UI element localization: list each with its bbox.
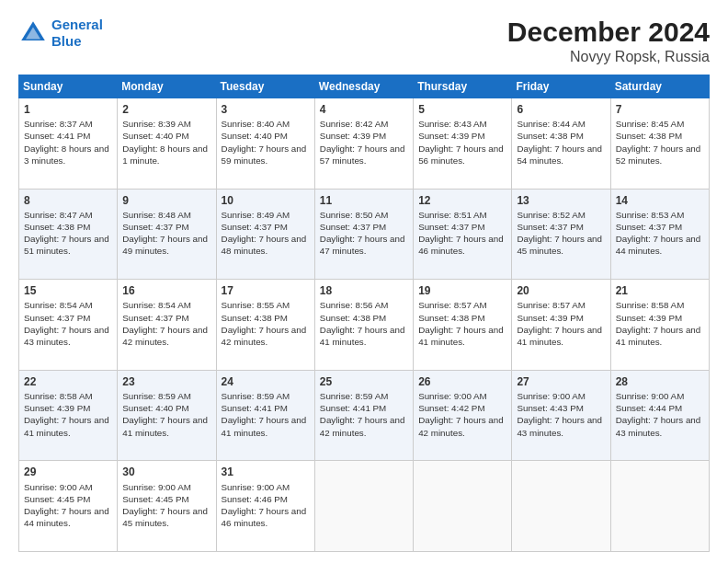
calendar-cell xyxy=(610,461,709,552)
calendar-header-row: SundayMondayTuesdayWednesdayThursdayFrid… xyxy=(19,75,710,98)
day-number: 13 xyxy=(517,193,605,208)
day-number: 27 xyxy=(517,374,605,389)
day-header-monday: Monday xyxy=(118,75,216,98)
cell-details: Sunrise: 8:48 AM Sunset: 4:37 PM Dayligh… xyxy=(122,209,210,258)
page: General Blue December 2024 Novyy Ropsk, … xyxy=(0,0,728,563)
calendar-cell: 27Sunrise: 9:00 AM Sunset: 4:43 PM Dayli… xyxy=(512,370,610,461)
day-header-saturday: Saturday xyxy=(610,75,709,98)
calendar-cell: 29Sunrise: 9:00 AM Sunset: 4:45 PM Dayli… xyxy=(19,461,118,552)
calendar-cell: 9Sunrise: 8:48 AM Sunset: 4:37 PM Daylig… xyxy=(118,189,216,280)
day-number: 16 xyxy=(122,283,210,298)
day-number: 8 xyxy=(24,193,112,208)
day-number: 4 xyxy=(320,102,408,117)
day-number: 3 xyxy=(222,102,310,117)
cell-details: Sunrise: 8:39 AM Sunset: 4:40 PM Dayligh… xyxy=(122,118,210,167)
calendar-cell: 20Sunrise: 8:57 AM Sunset: 4:39 PM Dayli… xyxy=(512,280,610,371)
day-number: 15 xyxy=(24,283,112,298)
title-block: December 2024 Novyy Ropsk, Russia xyxy=(507,17,710,65)
day-number: 24 xyxy=(222,374,310,389)
day-number: 31 xyxy=(222,465,310,479)
cell-details: Sunrise: 8:55 AM Sunset: 4:38 PM Dayligh… xyxy=(222,299,310,348)
day-number: 9 xyxy=(122,193,210,208)
calendar-cell: 4Sunrise: 8:42 AM Sunset: 4:39 PM Daylig… xyxy=(314,98,413,190)
calendar-cell: 18Sunrise: 8:56 AM Sunset: 4:38 PM Dayli… xyxy=(314,280,413,371)
logo-line1: General xyxy=(51,17,103,32)
logo-text: General Blue xyxy=(51,17,103,50)
day-number: 17 xyxy=(222,283,310,298)
cell-details: Sunrise: 8:53 AM Sunset: 4:37 PM Dayligh… xyxy=(616,209,704,258)
cell-details: Sunrise: 8:42 AM Sunset: 4:39 PM Dayligh… xyxy=(320,118,408,167)
calendar-cell: 19Sunrise: 8:57 AM Sunset: 4:38 PM Dayli… xyxy=(414,280,512,371)
cell-details: Sunrise: 8:57 AM Sunset: 4:39 PM Dayligh… xyxy=(517,299,605,348)
calendar-cell: 23Sunrise: 8:59 AM Sunset: 4:40 PM Dayli… xyxy=(118,370,216,461)
cell-details: Sunrise: 8:51 AM Sunset: 4:37 PM Dayligh… xyxy=(418,209,506,258)
day-number: 11 xyxy=(320,193,408,208)
calendar-cell: 11Sunrise: 8:50 AM Sunset: 4:37 PM Dayli… xyxy=(314,189,413,280)
cell-details: Sunrise: 8:52 AM Sunset: 4:37 PM Dayligh… xyxy=(517,209,605,258)
cell-details: Sunrise: 8:50 AM Sunset: 4:37 PM Dayligh… xyxy=(320,209,408,258)
calendar-cell: 28Sunrise: 9:00 AM Sunset: 4:44 PM Dayli… xyxy=(610,370,709,461)
day-header-sunday: Sunday xyxy=(19,75,118,98)
day-number: 22 xyxy=(24,374,112,389)
calendar-cell: 6Sunrise: 8:44 AM Sunset: 4:38 PM Daylig… xyxy=(512,98,610,190)
header: General Blue December 2024 Novyy Ropsk, … xyxy=(18,17,710,65)
day-number: 6 xyxy=(517,102,605,117)
cell-details: Sunrise: 8:54 AM Sunset: 4:37 PM Dayligh… xyxy=(122,299,210,348)
calendar-cell xyxy=(314,461,413,552)
day-number: 20 xyxy=(517,283,605,298)
calendar-cell: 16Sunrise: 8:54 AM Sunset: 4:37 PM Dayli… xyxy=(118,280,216,371)
cell-details: Sunrise: 8:59 AM Sunset: 4:41 PM Dayligh… xyxy=(320,390,408,439)
day-header-thursday: Thursday xyxy=(414,75,512,98)
calendar-cell: 30Sunrise: 9:00 AM Sunset: 4:45 PM Dayli… xyxy=(118,461,216,552)
calendar-cell: 25Sunrise: 8:59 AM Sunset: 4:41 PM Dayli… xyxy=(314,370,413,461)
calendar-cell: 31Sunrise: 9:00 AM Sunset: 4:46 PM Dayli… xyxy=(216,461,314,552)
cell-details: Sunrise: 8:49 AM Sunset: 4:37 PM Dayligh… xyxy=(222,209,310,258)
logo-line2: Blue xyxy=(51,33,82,49)
day-number: 18 xyxy=(320,283,408,298)
day-number: 5 xyxy=(418,102,506,117)
calendar-week-row: 1Sunrise: 8:37 AM Sunset: 4:41 PM Daylig… xyxy=(19,98,710,190)
logo: General Blue xyxy=(18,17,103,50)
day-number: 10 xyxy=(222,193,310,208)
cell-details: Sunrise: 8:44 AM Sunset: 4:38 PM Dayligh… xyxy=(517,118,605,167)
day-number: 25 xyxy=(320,374,408,389)
calendar-cell: 15Sunrise: 8:54 AM Sunset: 4:37 PM Dayli… xyxy=(19,280,118,371)
day-number: 21 xyxy=(616,283,704,298)
calendar-cell: 14Sunrise: 8:53 AM Sunset: 4:37 PM Dayli… xyxy=(610,189,709,280)
calendar-cell: 22Sunrise: 8:58 AM Sunset: 4:39 PM Dayli… xyxy=(19,370,118,461)
cell-details: Sunrise: 8:58 AM Sunset: 4:39 PM Dayligh… xyxy=(616,299,704,348)
calendar-cell: 10Sunrise: 8:49 AM Sunset: 4:37 PM Dayli… xyxy=(216,189,314,280)
cell-details: Sunrise: 8:58 AM Sunset: 4:39 PM Dayligh… xyxy=(24,390,112,439)
cell-details: Sunrise: 9:00 AM Sunset: 4:45 PM Dayligh… xyxy=(24,481,112,530)
day-number: 23 xyxy=(122,374,210,389)
day-number: 26 xyxy=(418,374,506,389)
calendar-week-row: 22Sunrise: 8:58 AM Sunset: 4:39 PM Dayli… xyxy=(19,370,710,461)
calendar-cell xyxy=(414,461,512,552)
day-number: 2 xyxy=(122,102,210,117)
cell-details: Sunrise: 9:00 AM Sunset: 4:44 PM Dayligh… xyxy=(616,390,704,439)
calendar-cell: 17Sunrise: 8:55 AM Sunset: 4:38 PM Dayli… xyxy=(216,280,314,371)
day-header-tuesday: Tuesday xyxy=(216,75,314,98)
day-number: 7 xyxy=(616,102,704,117)
cell-details: Sunrise: 8:45 AM Sunset: 4:38 PM Dayligh… xyxy=(616,118,704,167)
calendar-cell: 2Sunrise: 8:39 AM Sunset: 4:40 PM Daylig… xyxy=(118,98,216,190)
subtitle: Novyy Ropsk, Russia xyxy=(507,49,710,65)
cell-details: Sunrise: 8:40 AM Sunset: 4:40 PM Dayligh… xyxy=(222,118,310,167)
day-number: 12 xyxy=(418,193,506,208)
calendar-cell xyxy=(512,461,610,552)
cell-details: Sunrise: 8:37 AM Sunset: 4:41 PM Dayligh… xyxy=(24,118,112,167)
cell-details: Sunrise: 9:00 AM Sunset: 4:45 PM Dayligh… xyxy=(122,481,210,530)
cell-details: Sunrise: 8:47 AM Sunset: 4:38 PM Dayligh… xyxy=(24,209,112,258)
day-number: 14 xyxy=(616,193,704,208)
main-title: December 2024 xyxy=(507,17,710,47)
calendar-cell: 12Sunrise: 8:51 AM Sunset: 4:37 PM Dayli… xyxy=(414,189,512,280)
calendar-cell: 13Sunrise: 8:52 AM Sunset: 4:37 PM Dayli… xyxy=(512,189,610,280)
cell-details: Sunrise: 8:56 AM Sunset: 4:38 PM Dayligh… xyxy=(320,299,408,348)
calendar-cell: 26Sunrise: 9:00 AM Sunset: 4:42 PM Dayli… xyxy=(414,370,512,461)
logo-icon xyxy=(18,18,48,48)
calendar-cell: 1Sunrise: 8:37 AM Sunset: 4:41 PM Daylig… xyxy=(19,98,118,190)
calendar-cell: 5Sunrise: 8:43 AM Sunset: 4:39 PM Daylig… xyxy=(414,98,512,190)
calendar-week-row: 29Sunrise: 9:00 AM Sunset: 4:45 PM Dayli… xyxy=(19,461,710,552)
calendar-cell: 21Sunrise: 8:58 AM Sunset: 4:39 PM Dayli… xyxy=(610,280,709,371)
cell-details: Sunrise: 9:00 AM Sunset: 4:46 PM Dayligh… xyxy=(222,481,310,530)
